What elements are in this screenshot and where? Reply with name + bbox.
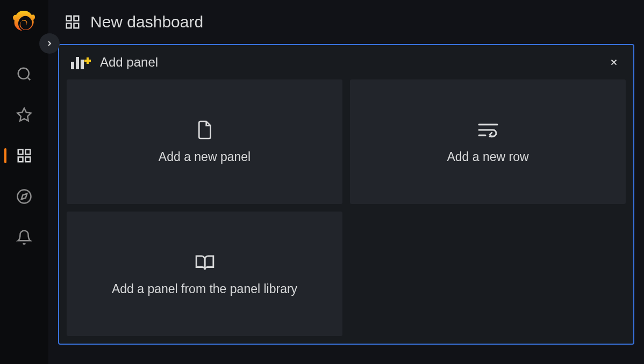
svg-rect-4 bbox=[26, 150, 31, 155]
chevron-right-icon bbox=[45, 39, 54, 48]
svg-rect-5 bbox=[26, 157, 31, 162]
sidebar-favorites[interactable] bbox=[0, 94, 48, 135]
add-new-row-card[interactable]: Add a new row bbox=[350, 79, 626, 204]
sidebar bbox=[0, 0, 48, 364]
bell-icon bbox=[16, 229, 33, 246]
add-new-panel-card[interactable]: Add a new panel bbox=[67, 79, 342, 204]
svg-rect-9 bbox=[67, 16, 71, 21]
search-icon bbox=[16, 65, 33, 83]
file-icon bbox=[195, 120, 215, 140]
svg-rect-17 bbox=[84, 60, 91, 62]
panel-title: Add panel bbox=[100, 55, 158, 70]
star-icon bbox=[16, 106, 33, 123]
svg-rect-6 bbox=[18, 157, 23, 162]
panel-header-left: Add panel bbox=[71, 55, 158, 70]
svg-rect-10 bbox=[74, 16, 79, 21]
close-button[interactable] bbox=[607, 56, 620, 69]
compass-icon bbox=[16, 188, 33, 205]
svg-point-7 bbox=[18, 190, 31, 203]
grafana-logo-icon bbox=[12, 10, 36, 35]
page-header: New dashboard bbox=[48, 0, 644, 44]
svg-rect-3 bbox=[18, 150, 23, 155]
main-content: New dashboard Add panel bbox=[48, 0, 644, 364]
apps-icon bbox=[16, 147, 33, 164]
svg-line-1 bbox=[27, 77, 30, 80]
sidebar-search[interactable] bbox=[0, 54, 48, 94]
svg-rect-14 bbox=[76, 57, 79, 69]
close-icon bbox=[609, 57, 619, 67]
add-panel-container: Add panel Add a new panel bbox=[58, 44, 634, 345]
wrap-text-icon bbox=[478, 120, 498, 140]
sidebar-alerts[interactable] bbox=[0, 217, 48, 258]
svg-rect-15 bbox=[81, 60, 84, 69]
bar-chart-plus-icon bbox=[71, 55, 94, 69]
sidebar-dashboards[interactable] bbox=[0, 135, 48, 176]
book-icon bbox=[195, 252, 215, 272]
options-grid: Add a new panel Add a new row bbox=[59, 79, 633, 344]
option-label: Add a new panel bbox=[159, 150, 251, 164]
add-from-library-card[interactable]: Add a panel from the panel library bbox=[67, 212, 342, 336]
page-title: New dashboard bbox=[90, 13, 203, 31]
svg-rect-12 bbox=[67, 24, 71, 28]
svg-rect-13 bbox=[71, 62, 74, 69]
svg-marker-8 bbox=[22, 194, 27, 200]
option-label: Add a new row bbox=[447, 150, 528, 164]
panel-header: Add panel bbox=[59, 45, 633, 79]
svg-rect-11 bbox=[74, 24, 79, 28]
sidebar-explore[interactable] bbox=[0, 176, 48, 217]
expand-sidebar-button[interactable] bbox=[39, 33, 60, 54]
grafana-logo[interactable] bbox=[9, 8, 39, 38]
apps-icon bbox=[65, 14, 81, 30]
svg-marker-2 bbox=[18, 108, 31, 121]
svg-point-0 bbox=[18, 68, 29, 79]
option-label: Add a panel from the panel library bbox=[112, 282, 297, 296]
